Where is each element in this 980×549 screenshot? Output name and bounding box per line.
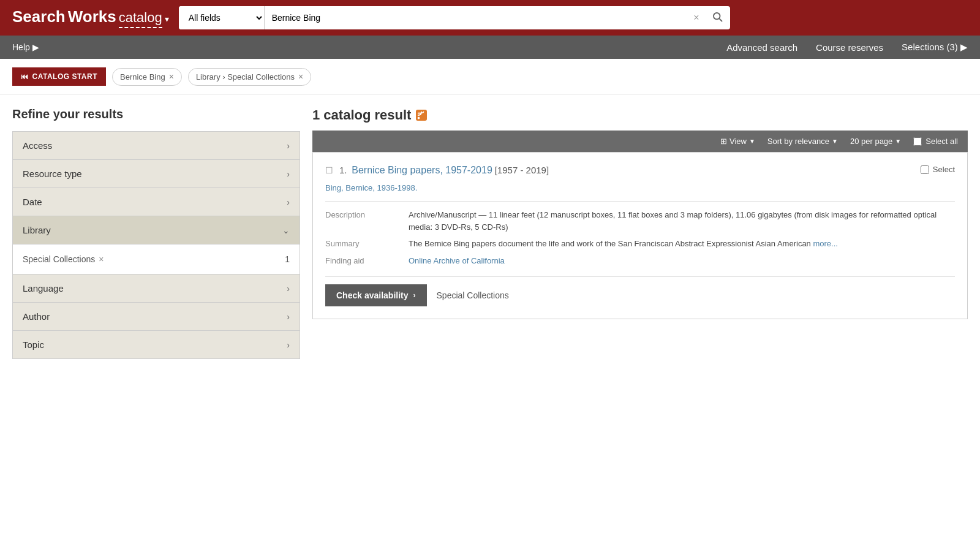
result-select-checkbox[interactable] <box>921 165 929 174</box>
search-field-select[interactable]: All fields Title Author Subject ISBN/ISS… <box>179 6 265 29</box>
finding-aid-link[interactable]: Online Archive of California <box>409 256 505 265</box>
result-select-label: Select <box>933 165 955 174</box>
catalog-start-button[interactable]: ⏮ CATALOG START <box>12 67 106 86</box>
selections-arrow-icon: ▶ <box>960 42 968 52</box>
result-title-row: ☐ 1. Bernice Bing papers, 1957-2019 [195… <box>325 165 955 176</box>
result-author-link[interactable]: Bing, Bernice, 1936-1998. <box>325 183 955 192</box>
summary-label: Summary <box>325 238 399 250</box>
selections-link[interactable]: Selections (3) ▶ <box>902 42 968 53</box>
advanced-search-link[interactable]: Advanced search <box>726 42 797 53</box>
description-label: Description <box>325 209 399 233</box>
logo-search-text: Search <box>12 7 66 26</box>
filter-chip-query-label: Bernice Bing <box>120 72 165 81</box>
facet-label-topic: Topic <box>23 339 44 350</box>
select-all-label[interactable]: Select all <box>913 137 958 146</box>
facet-chevron-resource-type: › <box>287 169 290 179</box>
results-count: 1 catalog result <box>312 107 411 123</box>
facet-chevron-language: › <box>287 284 290 293</box>
logo-dropdown-icon[interactable]: ▾ <box>165 14 169 24</box>
facet-item-count: 1 <box>285 254 290 264</box>
facet-header-topic[interactable]: Topic › <box>13 331 300 358</box>
view-arrow-icon: ▼ <box>749 138 755 145</box>
facet-label-resource-type: Resource type <box>23 168 82 179</box>
facet-header-date[interactable]: Date › <box>13 188 300 216</box>
facet-group-library: Library ⌄ Special Collections × 1 <box>12 216 300 274</box>
view-button[interactable]: ⊞ View ▼ <box>720 137 755 146</box>
sidebar-title: Refine your results <box>12 107 300 121</box>
facet-chevron-library: ⌄ <box>282 225 290 235</box>
filter-chip-library-remove[interactable]: × <box>298 72 303 81</box>
main-container: Refine your results Access › Resource ty… <box>0 95 980 371</box>
check-avail-chevron-icon: › <box>413 291 416 300</box>
summary-more-link[interactable]: more... <box>813 239 837 248</box>
select-all-checkbox[interactable] <box>913 137 922 146</box>
help-label: Help <box>12 42 30 52</box>
logo-works-text: Works <box>68 7 116 26</box>
facet-header-library[interactable]: Library ⌄ <box>13 216 300 244</box>
facet-label-author: Author <box>23 311 50 322</box>
catalog-start-label: CATALOG START <box>32 72 97 81</box>
result-date: [1957 - 2019] <box>495 165 549 175</box>
catalog-start-icon: ⏮ <box>21 72 29 81</box>
facet-label-library: Library <box>23 225 51 235</box>
help-link[interactable]: Help ▶ <box>12 42 39 52</box>
search-input[interactable] <box>265 6 689 29</box>
search-icon <box>712 11 723 22</box>
result-title-link[interactable]: Bernice Bing papers, 1957-2019 <box>352 165 492 175</box>
facet-group-access: Access › <box>12 131 300 160</box>
facet-chevron-access: › <box>287 141 290 151</box>
sort-button[interactable]: Sort by relevance ▼ <box>767 137 838 146</box>
filters-bar: ⏮ CATALOG START Bernice Bing × Library ›… <box>0 59 980 95</box>
select-all-text: Select all <box>925 137 958 146</box>
sub-header: Help ▶ Advanced search Course reserves S… <box>0 36 980 59</box>
per-page-label: 20 per page <box>850 137 892 146</box>
facet-header-author[interactable]: Author › <box>13 303 300 330</box>
view-icon: ⊞ <box>720 137 727 146</box>
svg-line-1 <box>719 18 722 21</box>
facet-item-label-text: Special Collections <box>23 254 95 264</box>
facet-item-remove-button[interactable]: × <box>99 254 104 264</box>
sort-arrow-icon: ▼ <box>832 138 838 145</box>
check-availability-button[interactable]: Check availability › <box>325 284 427 306</box>
svg-point-3 <box>418 117 420 119</box>
per-page-arrow-icon: ▼ <box>895 138 901 145</box>
facet-label-language: Language <box>23 283 64 293</box>
facet-header-resource-type[interactable]: Resource type › <box>13 160 300 187</box>
results-header: 1 catalog result <box>312 107 968 123</box>
facet-item-special-collections: Special Collections × 1 <box>23 251 290 268</box>
results-area: 1 catalog result ⊞ View ▼ Sort by releva… <box>312 107 968 319</box>
facet-label-date: Date <box>23 197 42 207</box>
result-select-area: Select <box>921 165 955 174</box>
help-arrow-icon: ▶ <box>32 42 39 52</box>
site-logo[interactable]: SearchWorks catalog ▾ <box>12 7 169 28</box>
facet-header-language[interactable]: Language › <box>13 274 300 302</box>
description-value: Archive/Manuscript — 11 linear feet (12 … <box>409 209 955 233</box>
search-bar: All fields Title Author Subject ISBN/ISS… <box>179 6 730 29</box>
result-number: 1. <box>339 165 347 175</box>
rss-icon[interactable] <box>416 110 427 121</box>
course-reserves-link[interactable]: Course reserves <box>816 42 883 53</box>
sort-label: Sort by relevance <box>767 137 829 146</box>
check-avail-label: Check availability <box>336 290 409 300</box>
filter-chip-query-remove[interactable]: × <box>169 72 174 81</box>
search-clear-button[interactable]: × <box>688 6 704 29</box>
filter-chip-query: Bernice Bing × <box>112 68 182 86</box>
main-header: SearchWorks catalog ▾ All fields Title A… <box>0 0 980 36</box>
per-page-button[interactable]: 20 per page ▼ <box>850 137 901 146</box>
result-divider <box>325 201 955 202</box>
availability-row: Check availability › Special Collections <box>325 276 955 306</box>
finding-aid-label: Finding aid <box>325 255 399 267</box>
facet-group-date: Date › <box>12 187 300 216</box>
logo-catalog-text: catalog <box>119 10 162 28</box>
facet-group-author: Author › <box>12 302 300 331</box>
result-title-group: ☐ 1. Bernice Bing papers, 1957-2019 [195… <box>325 165 549 176</box>
facet-chevron-author: › <box>287 312 290 322</box>
sub-nav-right: Advanced search Course reserves Selectio… <box>726 42 968 53</box>
sidebar: Refine your results Access › Resource ty… <box>12 107 300 358</box>
facet-chevron-topic: › <box>287 340 290 350</box>
availability-location: Special Collections <box>437 290 509 300</box>
facet-header-access[interactable]: Access › <box>13 132 300 159</box>
view-label: View <box>729 137 747 146</box>
search-submit-button[interactable] <box>704 6 730 29</box>
summary-value: The Bernice Bing papers document the lif… <box>409 238 955 250</box>
